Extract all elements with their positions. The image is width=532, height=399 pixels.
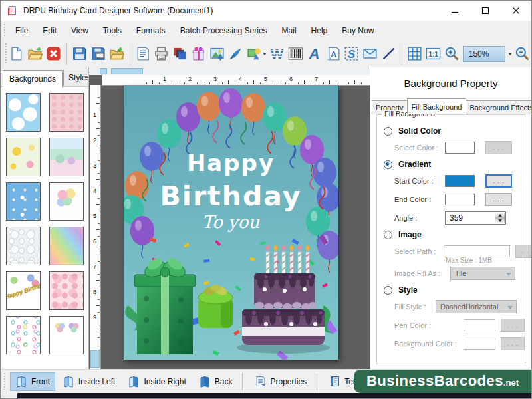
- menu-file[interactable]: File: [8, 26, 35, 35]
- actual-size-button[interactable]: 1:1: [424, 43, 443, 65]
- background-thumbnail-bubbles[interactable]: [6, 227, 41, 265]
- zoom-out-button[interactable]: [513, 43, 531, 65]
- signature-button[interactable]: S: [342, 43, 361, 65]
- tab-fill-background[interactable]: Fill Background: [407, 98, 467, 114]
- ruler-tick: [96, 280, 100, 281]
- h-ruler-number: 1: [163, 76, 166, 82]
- watermark-button[interactable]: W: [268, 43, 287, 65]
- close-document-button[interactable]: [45, 43, 63, 65]
- style-radio-row[interactable]: Style: [384, 285, 520, 295]
- background-thumbnail-starry-sky[interactable]: [6, 182, 41, 221]
- minimize-button[interactable]: [440, 1, 470, 21]
- background-thumbnail-rainbow-pastel[interactable]: [49, 227, 84, 265]
- text-art-button[interactable]: A: [324, 43, 342, 65]
- color-palette-button[interactable]: [171, 43, 190, 65]
- angle-down-button[interactable]: [495, 218, 505, 223]
- background-thumbnail-pink-hearts[interactable]: [49, 271, 84, 310]
- grid-view-button[interactable]: [406, 43, 424, 65]
- v-ruler-number: 5: [93, 213, 96, 219]
- solid-color-radio-row[interactable]: Solid Color: [384, 126, 520, 136]
- menu-tools[interactable]: Tools: [96, 26, 129, 35]
- page-button-front[interactable]: Front: [10, 372, 55, 391]
- shape-dropdown-caret[interactable]: [263, 53, 267, 55]
- menu-buy-now[interactable]: Buy Now: [334, 26, 381, 35]
- end-color-browse-button[interactable]: . . .: [485, 193, 512, 206]
- ruler-tick: [273, 82, 273, 84]
- background-thumbnail-happy-birthday-gold[interactable]: Happy Birthday!: [6, 271, 41, 310]
- print-button[interactable]: [152, 43, 171, 65]
- background-thumbnail-flowers[interactable]: [6, 138, 41, 176]
- ruler-tick: [209, 82, 210, 84]
- page-button-back[interactable]: Back: [194, 372, 238, 391]
- draw-line-button[interactable]: [380, 43, 398, 65]
- panel-title: Background Property: [370, 78, 531, 89]
- solid-color-radio[interactable]: [384, 127, 392, 136]
- background-thumbnail-pink-texture[interactable]: [49, 93, 84, 132]
- page-setup-button[interactable]: [134, 43, 152, 65]
- image-radio[interactable]: [384, 231, 392, 239]
- end-color-swatch[interactable]: [445, 194, 475, 205]
- open-file-button[interactable]: [26, 43, 45, 65]
- card-canvas[interactable]: Happy Birthday To you: [124, 86, 338, 360]
- ruler-tick: [323, 82, 324, 84]
- start-color-browse-button[interactable]: . . .: [485, 174, 512, 188]
- horizontal-scrollbar[interactable]: [111, 68, 143, 74]
- page-button-inside-right[interactable]: Inside Right: [122, 372, 191, 391]
- zoom-level-caret[interactable]: [507, 47, 513, 61]
- menu-batch-processing-series[interactable]: Batch Processing Series: [173, 26, 275, 35]
- fill-style-dropdown: DashedHorizontal: [436, 300, 517, 313]
- properties-button[interactable]: Properties: [249, 372, 312, 390]
- menu-grip: [2, 24, 8, 37]
- background-thumbnail-colorful-hearts[interactable]: [6, 316, 41, 354]
- shape-tool-button[interactable]: [245, 43, 268, 65]
- ruler-tick: [98, 173, 100, 174]
- send-mail-button[interactable]: [361, 43, 380, 65]
- insert-image-button[interactable]: [208, 43, 227, 65]
- maximize-button[interactable]: [470, 1, 501, 21]
- new-document-button[interactable]: [7, 43, 26, 65]
- ruler-tick: [152, 80, 153, 84]
- start-color-swatch[interactable]: [445, 175, 475, 187]
- style-radio[interactable]: [384, 286, 392, 295]
- zoom-level-select[interactable]: 150%: [463, 46, 505, 62]
- card-title-line2[interactable]: Birthday: [160, 180, 302, 212]
- export-file-button[interactable]: [108, 43, 126, 65]
- pen-tool-button[interactable]: [227, 43, 245, 65]
- background-thumbnail-winter-scene[interactable]: [49, 138, 84, 176]
- background-thumbnail-pastel-balloons[interactable]: [49, 182, 84, 221]
- zoom-in-button[interactable]: [443, 43, 462, 65]
- save-button[interactable]: [70, 43, 89, 65]
- zoom-level-value: 150%: [469, 49, 489, 59]
- tab-backgrounds[interactable]: Backgrounds: [3, 70, 63, 87]
- angle-up-button[interactable]: [495, 213, 505, 218]
- menu-formats[interactable]: Formats: [129, 26, 173, 35]
- gradient-radio-row[interactable]: Gradient: [384, 160, 520, 169]
- card-subtitle[interactable]: To you: [202, 212, 260, 232]
- vertical-scrollbar[interactable]: [90, 350, 100, 368]
- font-button[interactable]: A: [305, 43, 324, 65]
- image-radio-row[interactable]: Image: [384, 230, 520, 239]
- menu-mail[interactable]: Mail: [275, 26, 304, 35]
- brand-banner[interactable]: BusinessBarcodes.net: [354, 370, 531, 393]
- tab-styles[interactable]: Styles: [63, 70, 89, 86]
- gift-button[interactable]: [190, 43, 208, 65]
- card-title-line1[interactable]: Happy: [187, 150, 275, 176]
- menu-help[interactable]: Help: [304, 26, 335, 35]
- menu-edit[interactable]: Edit: [35, 26, 64, 35]
- background-thumbnail-balloon-bouquets[interactable]: [49, 316, 84, 354]
- tab-background-effects[interactable]: Background Effects: [466, 100, 532, 114]
- barcode-button[interactable]: [287, 43, 305, 65]
- v-ruler-number: 6: [93, 238, 96, 245]
- brand-suffix: .net: [503, 378, 519, 388]
- ruler-tick: [98, 148, 100, 148]
- close-button[interactable]: [501, 1, 531, 21]
- gradient-radio[interactable]: [384, 160, 392, 169]
- menu-view[interactable]: View: [64, 26, 96, 35]
- angle-spinner[interactable]: 359: [445, 211, 506, 225]
- end-color-row: End Color : . . .: [394, 193, 520, 206]
- page-button-inside-left[interactable]: Inside Left: [57, 372, 120, 391]
- ruler-tick: [96, 103, 100, 104]
- ruler-tick: [96, 305, 100, 306]
- save-as-button[interactable]: I: [89, 43, 108, 65]
- background-thumbnail-clouds[interactable]: [6, 93, 41, 132]
